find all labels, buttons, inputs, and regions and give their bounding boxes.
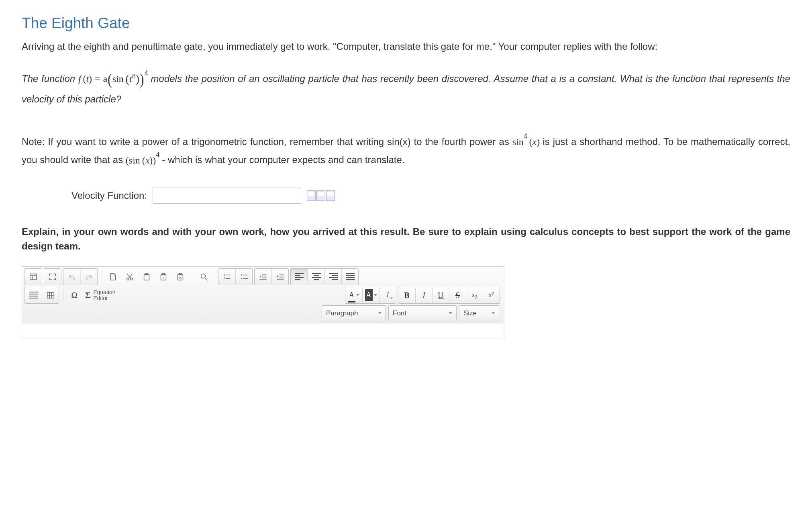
shorthand-base: sin — [512, 137, 524, 147]
note-text: Note: If you want to write a power of a … — [22, 131, 790, 167]
italic-glyph: I — [422, 291, 425, 299]
paragraph-label: Paragraph — [326, 308, 358, 319]
align-justify-button[interactable] — [341, 269, 358, 285]
redo-button[interactable] — [80, 269, 97, 285]
rich-text-editor: T W 12 — [22, 266, 504, 339]
correct-arg: x — [145, 155, 150, 166]
strike-glyph: S — [455, 291, 460, 299]
chevron-down-icon — [378, 312, 382, 314]
text-color-button[interactable]: A — [345, 287, 362, 303]
find-button[interactable] — [196, 269, 212, 285]
editor-body[interactable] — [22, 323, 504, 339]
size-label: Size — [463, 308, 477, 319]
sigma-icon: Σ — [85, 288, 91, 302]
explain-instruction: Explain, in your own words and with your… — [22, 225, 790, 253]
correct-exp: 4 — [156, 150, 159, 158]
svg-point-20 — [241, 278, 242, 279]
correct-expr: (sin (x))4 — [126, 155, 162, 166]
bold-glyph: B — [404, 291, 409, 299]
func-arg: t — [86, 74, 89, 84]
italic-button[interactable]: I — [415, 287, 432, 303]
paste-button[interactable]: T — [155, 269, 172, 285]
intro-text: Arriving at the eighth and penultimate g… — [22, 39, 790, 54]
newpage-button[interactable] — [104, 269, 121, 285]
correct-base: sin — [129, 155, 140, 166]
velocity-input[interactable] — [153, 188, 301, 204]
editor-toolbar: T W 12 — [22, 267, 504, 323]
underline-button[interactable]: U — [432, 287, 449, 303]
outdent-button[interactable] — [255, 269, 271, 285]
ordered-list-button[interactable]: 12 — [218, 269, 235, 285]
size-combo[interactable]: Size — [459, 305, 499, 321]
align-center-button[interactable] — [308, 269, 324, 285]
undo-button[interactable] — [63, 269, 80, 285]
source-button[interactable] — [25, 269, 42, 285]
chevron-down-icon — [492, 312, 495, 314]
shorthand-expr: sin4 (x) — [512, 137, 543, 147]
svg-text:W: W — [179, 276, 182, 279]
preview-icon[interactable] — [307, 190, 316, 201]
bg-color-button[interactable]: A — [362, 287, 379, 303]
chevron-down-icon — [449, 312, 452, 314]
outer-exp: 4 — [145, 69, 148, 77]
special-char-button[interactable]: Ω — [66, 287, 83, 303]
align-right-button[interactable] — [324, 269, 341, 285]
svg-point-19 — [241, 274, 242, 276]
paste-word-button[interactable]: W — [172, 269, 189, 285]
font-combo[interactable]: Font — [388, 305, 457, 321]
table-button[interactable] — [42, 287, 59, 303]
note-post: - which is what your computer expects an… — [162, 155, 404, 166]
superscript-button[interactable]: x2 — [483, 287, 500, 303]
svg-text:2: 2 — [224, 277, 225, 280]
equation-editor-button[interactable]: Σ Equation Editor — [83, 287, 120, 303]
indent-button[interactable] — [271, 269, 288, 285]
shorthand-exp: 4 — [524, 132, 527, 140]
svg-line-14 — [205, 278, 208, 280]
bold-button[interactable]: B — [398, 287, 415, 303]
copy-button[interactable] — [138, 269, 155, 285]
svg-text:T: T — [163, 276, 165, 279]
svg-text:1: 1 — [224, 273, 225, 276]
problem-pre: The function — [22, 73, 78, 84]
svg-rect-0 — [30, 274, 37, 280]
velocity-mini-icons — [307, 190, 335, 201]
underline-glyph: U — [438, 291, 443, 299]
inner-exp: 8 — [132, 72, 136, 80]
velocity-row: Velocity Function: — [22, 188, 790, 204]
svg-point-13 — [201, 274, 206, 278]
paragraph-combo[interactable]: Paragraph — [322, 305, 386, 321]
problem-statement: The function f (t) = a(sin (t8))4 models… — [22, 67, 790, 107]
sin-label: sin — [112, 74, 124, 84]
velocity-label: Velocity Function: — [71, 188, 147, 203]
strike-button[interactable]: S — [449, 287, 466, 303]
shorthand-arg: x — [532, 137, 537, 147]
sigma-small-icon[interactable] — [316, 190, 325, 201]
line-height-button[interactable] — [25, 287, 42, 303]
remove-format-button[interactable]: I — [379, 287, 396, 303]
unordered-list-button[interactable] — [235, 269, 252, 285]
equation-ft: f (t) = a(sin (t8))4 — [78, 74, 151, 84]
fullscreen-button[interactable] — [44, 269, 61, 285]
page-title: The Eighth Gate — [22, 12, 790, 35]
svg-rect-6 — [144, 274, 149, 280]
equation-label-top: Equation — [93, 289, 115, 295]
equation-label-bottom: Editor — [93, 295, 108, 301]
subscript-button[interactable]: x2 — [466, 287, 483, 303]
func-letter: f — [78, 74, 81, 84]
note-pre: Note: If you want to write a power of a … — [22, 136, 512, 147]
inner-base: t — [129, 74, 132, 84]
equals-a: = a — [92, 74, 107, 84]
cut-button[interactable] — [121, 269, 138, 285]
page-small-icon[interactable] — [326, 190, 335, 201]
font-label: Font — [393, 308, 406, 319]
align-left-button[interactable] — [291, 269, 308, 285]
